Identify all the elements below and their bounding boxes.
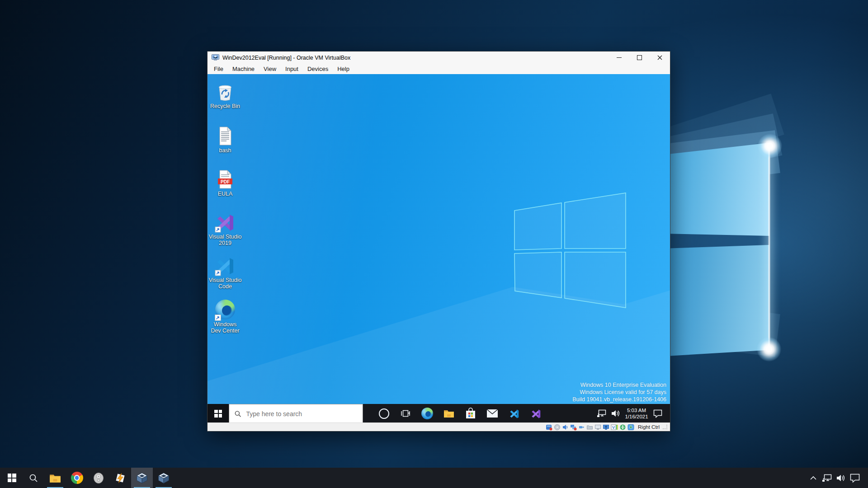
- display-icon[interactable]: [594, 424, 601, 431]
- mail-icon: [486, 409, 498, 418]
- host-virtualbox-button-active[interactable]: [131, 468, 153, 488]
- task-view-icon: [401, 408, 410, 418]
- guest-start-button[interactable]: [208, 404, 229, 423]
- host-audio-player-button[interactable]: [88, 468, 109, 488]
- menu-devices[interactable]: Devices: [303, 64, 333, 74]
- mail-button[interactable]: [481, 404, 503, 423]
- search-input[interactable]: [245, 410, 357, 418]
- minimize-button[interactable]: [609, 52, 629, 64]
- virtualbox-icon: [157, 472, 170, 484]
- guest-screen: Recycle Bin bash: [208, 74, 670, 423]
- windows-logo-wallpaper: [514, 191, 628, 309]
- maximize-button[interactable]: [629, 52, 650, 64]
- host-virtualbox-button[interactable]: [153, 468, 175, 488]
- vm-features-icon[interactable]: V: [611, 424, 618, 431]
- guest-search-box[interactable]: [229, 404, 363, 423]
- desktop-icon-eula[interactable]: PDF EULA: [208, 169, 242, 197]
- text-document-icon: [215, 126, 236, 146]
- vs-code-button[interactable]: [503, 404, 525, 423]
- desktop-icon-label: Recycle Bin: [208, 103, 242, 110]
- svg-text:PDF: PDF: [221, 179, 230, 184]
- file-explorer-icon: [49, 472, 61, 484]
- host-network-tray-button[interactable]: [821, 468, 833, 488]
- clock-time: 5:03 AM: [622, 407, 651, 413]
- keyboard-capture-icon[interactable]: [627, 424, 634, 431]
- store-button[interactable]: [460, 404, 481, 423]
- chevron-up-icon: [810, 476, 816, 480]
- window-titlebar[interactable]: WinDev2012Eval [Running] - Oracle VM Vir…: [208, 52, 670, 64]
- watermark-line: Windows 10 Enterprise Evaluation: [572, 381, 666, 389]
- store-icon: [465, 408, 476, 419]
- guest-action-center-button[interactable]: [651, 404, 665, 423]
- menu-machine[interactable]: Machine: [228, 64, 259, 74]
- edge-button[interactable]: [416, 404, 438, 423]
- lens-flare: [758, 134, 782, 158]
- resize-grip[interactable]: [663, 425, 667, 429]
- desktop-icon-visual-studio-2019[interactable]: Visual Studio 2019: [208, 212, 242, 246]
- guest-system-tray: 5:03 AM 1/16/2021: [595, 404, 670, 423]
- menubar: File Machine View Input Devices Help: [208, 64, 670, 74]
- close-button[interactable]: [650, 52, 670, 64]
- clock-date: 1/16/2021: [622, 413, 651, 420]
- host-start-button[interactable]: [1, 468, 23, 488]
- task-view-button[interactable]: [395, 404, 416, 423]
- host-taskbar: [0, 468, 868, 488]
- volume-icon: [610, 409, 620, 418]
- window-title: WinDev2012Eval [Running] - Oracle VM Vir…: [222, 55, 350, 61]
- search-icon: [29, 474, 38, 483]
- desktop-icon-label: bash: [208, 148, 242, 154]
- recording-icon[interactable]: [603, 424, 609, 431]
- visual-studio-button[interactable]: [525, 404, 547, 423]
- host-hidden-icons-button[interactable]: [807, 468, 819, 488]
- host-winamp-button[interactable]: [109, 468, 131, 488]
- host-chrome-button[interactable]: [66, 468, 88, 488]
- volume-icon: [835, 474, 845, 483]
- network-icon: [597, 409, 607, 418]
- mouse-integration-icon[interactable]: [619, 424, 626, 431]
- windows-start-icon: [8, 474, 16, 482]
- guest-taskbar: 5:03 AM 1/16/2021: [208, 404, 670, 423]
- speaker-app-icon: [92, 472, 105, 484]
- recycle-bin-icon: [215, 81, 236, 102]
- windows-start-icon: [214, 410, 222, 418]
- pdf-document-icon: PDF: [215, 169, 236, 190]
- menu-input[interactable]: Input: [281, 64, 303, 74]
- hard-disks-icon[interactable]: [546, 424, 552, 431]
- optical-drives-icon[interactable]: [554, 424, 561, 431]
- hero-logo-edge: [769, 145, 770, 349]
- shared-folders-icon[interactable]: [586, 424, 593, 431]
- cortana-button[interactable]: [373, 404, 395, 423]
- action-center-icon: [849, 473, 860, 483]
- chrome-icon: [71, 472, 83, 484]
- guest-clock[interactable]: 5:03 AM 1/16/2021: [622, 407, 651, 420]
- host-search-button[interactable]: [23, 468, 44, 488]
- guest-volume-tray-button[interactable]: [609, 404, 622, 423]
- audio-icon[interactable]: [562, 424, 569, 431]
- host-file-explorer-button[interactable]: [44, 468, 66, 488]
- usb-icon[interactable]: [578, 424, 585, 431]
- guest-taskbar-icons: [373, 404, 547, 423]
- desktop-icon-bash[interactable]: bash: [208, 126, 242, 154]
- virtualbox-window: WinDev2012Eval [Running] - Oracle VM Vir…: [207, 51, 670, 432]
- network-adapters-icon[interactable]: [570, 424, 577, 431]
- file-explorer-icon: [443, 408, 455, 419]
- winamp-icon: [114, 472, 127, 484]
- menu-view[interactable]: View: [259, 64, 281, 74]
- lens-flare: [757, 337, 781, 361]
- virtualbox-vm-icon: [212, 54, 219, 61]
- edge-icon: [421, 408, 433, 419]
- watermark-line: Windows License valid for 57 days: [572, 389, 666, 396]
- menu-file[interactable]: File: [209, 64, 228, 74]
- visual-studio-icon: [530, 408, 542, 419]
- evaluation-watermark: Windows 10 Enterprise Evaluation Windows…: [572, 381, 666, 403]
- virtualbox-icon: [136, 472, 148, 484]
- host-volume-tray-button[interactable]: [835, 468, 846, 488]
- menu-help[interactable]: Help: [333, 64, 354, 74]
- desktop-icon-recycle-bin[interactable]: Recycle Bin: [208, 81, 242, 110]
- desktop-icon-visual-studio-code[interactable]: Visual Studio Code: [208, 255, 242, 290]
- guest-network-tray-button[interactable]: [595, 404, 609, 423]
- visual-studio-code-icon: [215, 255, 236, 276]
- file-explorer-button[interactable]: [438, 404, 460, 423]
- desktop-icon-windows-dev-center[interactable]: Windows Dev Center: [208, 299, 242, 334]
- host-action-center-button[interactable]: [848, 468, 862, 488]
